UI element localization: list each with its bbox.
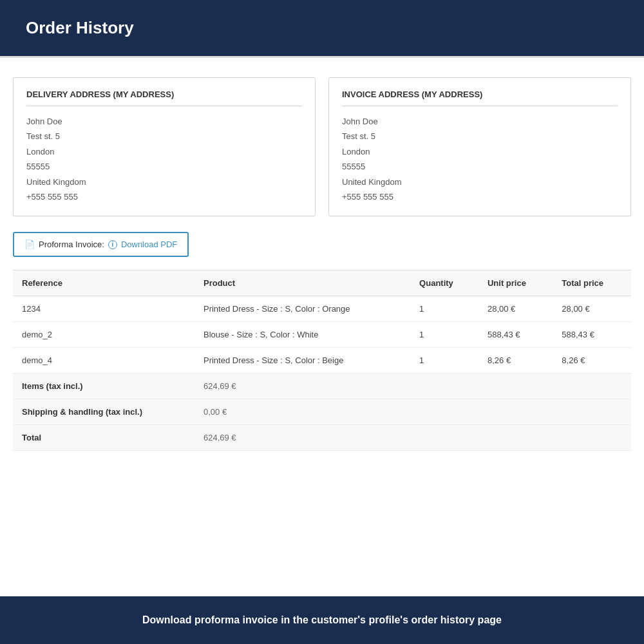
cell-reference: 1234 [13,296,194,322]
invoice-label: Proforma Invoice: [39,240,104,249]
delivery-street: Test st. 5 [26,131,60,141]
invoice-address-heading: INVOICE ADDRESS (MY ADDRESS) [342,90,618,106]
info-icon: i [108,240,117,249]
cell-quantity: 1 [410,322,478,348]
col-unit-price: Unit price [478,270,553,296]
cell-reference: demo_4 [13,348,194,374]
page-footer: Download proforma invoice in the custome… [0,596,644,644]
cell-total-price: 28,00 € [553,296,631,322]
download-pdf-link[interactable]: Download PDF [121,240,177,249]
invoice-bar: 📄 Proforma Invoice: i Download PDF [13,232,189,257]
shipping-label: Shipping & handling (tax incl.) [13,399,194,425]
delivery-address-details: John Doe Test st. 5 London 55555 United … [26,114,302,204]
cell-unit-price: 588,43 € [478,322,553,348]
order-table: Reference Product Quantity Unit price To… [13,270,631,451]
cell-product: Printed Dress - Size : S, Color : Orange [194,296,410,322]
invoice-phone: +555 555 555 [342,192,393,202]
cell-quantity: 1 [410,296,478,322]
main-content: DELIVERY ADDRESS (MY ADDRESS) John Doe T… [0,58,644,596]
shipping-row: Shipping & handling (tax incl.) 0,00 € [13,399,631,425]
cell-product: Blouse - Size : S, Color : White [194,322,410,348]
file-icon: 📄 [24,240,35,249]
delivery-zip: 55555 [26,162,50,171]
items-tax-value: 624,69 € [194,374,410,399]
table-header-row: Reference Product Quantity Unit price To… [13,270,631,296]
cell-product: Printed Dress - Size : S, Color : Beige [194,348,410,374]
page-title: Order History [26,18,618,38]
cell-unit-price: 28,00 € [478,296,553,322]
invoice-country: United Kingdom [342,177,402,187]
delivery-city: London [26,147,54,156]
delivery-phone: +555 555 555 [26,192,78,202]
cell-unit-price: 8,26 € [478,348,553,374]
shipping-value: 0,00 € [194,399,410,425]
cell-total-price: 588,43 € [553,322,631,348]
invoice-address-card: INVOICE ADDRESS (MY ADDRESS) John Doe Te… [328,77,631,216]
total-label: Total [13,425,194,451]
cell-total-price: 8,26 € [553,348,631,374]
col-total-price: Total price [553,270,631,296]
total-value: 624,69 € [194,425,410,451]
page-header: Order History [0,0,644,56]
invoice-street: Test st. 5 [342,131,375,141]
invoice-name: John Doe [342,117,378,126]
cell-quantity: 1 [410,348,478,374]
total-row: Total 624,69 € [13,425,631,451]
col-reference: Reference [13,270,194,296]
delivery-address-card: DELIVERY ADDRESS (MY ADDRESS) John Doe T… [13,77,316,216]
delivery-name: John Doe [26,117,62,126]
address-row: DELIVERY ADDRESS (MY ADDRESS) John Doe T… [13,77,631,216]
col-quantity: Quantity [410,270,478,296]
invoice-city: London [342,147,370,156]
col-product: Product [194,270,410,296]
items-tax-label: Items (tax incl.) [13,374,194,399]
delivery-address-heading: DELIVERY ADDRESS (MY ADDRESS) [26,90,302,106]
items-tax-row: Items (tax incl.) 624,69 € [13,374,631,399]
cell-reference: demo_2 [13,322,194,348]
table-row: 1234 Printed Dress - Size : S, Color : O… [13,296,631,322]
delivery-country: United Kingdom [26,177,86,187]
table-row: demo_4 Printed Dress - Size : S, Color :… [13,348,631,374]
table-row: demo_2 Blouse - Size : S, Color : White … [13,322,631,348]
invoice-address-details: John Doe Test st. 5 London 55555 United … [342,114,618,204]
invoice-zip: 55555 [342,162,365,171]
footer-text: Download proforma invoice in the custome… [26,614,618,626]
